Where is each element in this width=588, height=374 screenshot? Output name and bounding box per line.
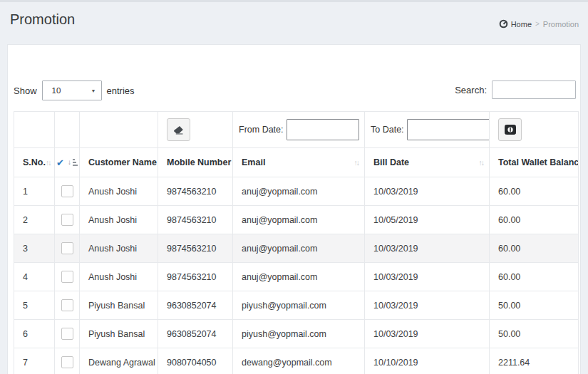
show-label: Show (14, 85, 37, 96)
cell-balance: 60.00 (490, 206, 579, 234)
cell-balance: 2211.64 (490, 348, 579, 374)
column-header-balance[interactable]: Total Wallet Balance ↑↓ (490, 148, 579, 177)
cell-mobile: 9630852074 (158, 320, 233, 348)
dashboard-icon (499, 19, 508, 28)
breadcrumb-home-label: Home (511, 20, 532, 28)
cell-email: piyush@yopmail.com (233, 291, 365, 320)
sort-icon: ↑↓ (46, 158, 51, 167)
cell-balance: 60.00 (490, 263, 579, 291)
cell-mobile: 9874563210 (158, 206, 233, 234)
cell-checkbox (55, 348, 80, 374)
table-header-row: S.No. ↑↓ ✔ ↓ (14, 148, 579, 177)
cell-bill-date: 10/03/2019 (365, 177, 490, 206)
cell-customer-name: Anush Joshi (80, 263, 158, 291)
cell-checkbox (55, 291, 80, 320)
table-row: 7 Dewang Agrawal 9080704050 dewang@yopma… (14, 348, 579, 374)
cell-balance: 50.00 (490, 320, 579, 348)
entries-label: entries (107, 85, 135, 96)
column-header-email[interactable]: Email ↑↓ (233, 148, 365, 177)
page-header: Promotion Home > Promotion (0, 2, 588, 44)
promotion-table: From Date: To Date: (14, 111, 579, 374)
cell-balance: 60.00 (490, 234, 579, 263)
cell-email: anuj@yopmail.com (233, 206, 365, 234)
check-icon: ✔ (56, 157, 64, 168)
from-date-label: From Date: (239, 125, 284, 135)
cell-customer-name: Anush Joshi (80, 206, 158, 234)
cell-customer-name: Piyush Bansal (80, 291, 158, 320)
cell-checkbox (55, 177, 80, 206)
search-label: Search: (455, 85, 487, 95)
row-checkbox[interactable] (61, 214, 73, 226)
cell-sno: 2 (14, 206, 55, 234)
breadcrumb-current: Promotion (543, 20, 579, 28)
cell-bill-date: 10/03/2019 (365, 320, 490, 348)
cell-customer-name: Anush Joshi (80, 234, 158, 263)
sort-amount-icon: ↓ (68, 159, 78, 166)
breadcrumb-separator: > (535, 20, 540, 28)
cell-mobile: 9874563210 (158, 263, 233, 291)
table-row: 1 Anush Joshi 9874563210 anuj@yopmail.co… (14, 177, 579, 206)
sort-icon: ↑↓ (479, 158, 484, 167)
cell-sno: 7 (14, 348, 55, 374)
cell-checkbox (55, 234, 80, 263)
search-input[interactable] (492, 80, 576, 99)
table-row: 4 Anush Joshi 9874563210 anuj@yopmail.co… (14, 263, 579, 291)
row-checkbox[interactable] (61, 299, 73, 311)
promotion-table-wrap: From Date: To Date: (14, 111, 579, 374)
column-header-mobile[interactable]: Mobile Number ↑↓ (158, 148, 233, 177)
from-date-filter: From Date: (239, 119, 364, 140)
eraser-icon (173, 125, 184, 135)
cell-sno: 3 (14, 234, 55, 263)
table-row: 3 Anush Joshi 9874563210 anuj@yopmail.co… (14, 234, 579, 263)
table-row: 5 Piyush Bansal 9630852074 piyush@yopmai… (14, 291, 579, 320)
row-checkbox[interactable] (61, 271, 73, 283)
cell-balance: 50.00 (490, 291, 579, 320)
cell-balance: 60.00 (490, 177, 579, 206)
table-row: 2 Anush Joshi 9874563210 anuj@yopmail.co… (14, 206, 579, 234)
cell-customer-name: Anush Joshi (80, 177, 158, 206)
row-checkbox[interactable] (61, 242, 73, 254)
cell-sno: 6 (14, 320, 55, 348)
table-row: 6 Piyush Bansal 9630852074 piyush@yopmai… (14, 320, 579, 348)
page-title: Promotion (10, 11, 75, 28)
page-size-value: 10 (52, 86, 61, 95)
breadcrumb: Home > Promotion (499, 19, 579, 28)
to-date-input[interactable] (407, 119, 490, 140)
column-header-bill-date[interactable]: Bill Date ↑↓ (365, 148, 490, 177)
row-checkbox[interactable] (61, 356, 73, 368)
cell-email: piyush@yopmail.com (233, 320, 365, 348)
cell-mobile: 9630852074 (158, 291, 233, 320)
clear-filter-button[interactable] (167, 118, 190, 141)
cell-bill-date: 10/03/2019 (365, 234, 490, 263)
cell-email: anuj@yopmail.com (233, 234, 365, 263)
cell-bill-date: 10/03/2019 (365, 291, 490, 320)
show-entries-group: Show 10 ▼ entries (14, 80, 135, 100)
row-checkbox[interactable] (61, 185, 73, 197)
cell-mobile: 9080704050 (158, 348, 233, 374)
cell-bill-date: 10/03/2019 (365, 263, 490, 291)
cell-mobile: 9874563210 (158, 177, 233, 206)
sort-icon: ↑↓ (354, 158, 359, 167)
page-size-select[interactable]: 10 ▼ (42, 80, 102, 100)
cell-email: dewang@yopmail.com (233, 348, 365, 374)
cell-sno: 4 (14, 263, 55, 291)
search-group: Search: (455, 80, 576, 99)
to-date-filter: To Date: (371, 119, 489, 140)
cell-mobile: 9874563210 (158, 234, 233, 263)
cell-email: anuj@yopmail.com (233, 263, 365, 291)
export-button[interactable] (498, 118, 522, 141)
from-date-input[interactable] (287, 119, 359, 140)
column-header-sno[interactable]: S.No. ↑↓ (14, 148, 55, 177)
cell-customer-name: Piyush Bansal (80, 320, 158, 348)
breadcrumb-home-link[interactable]: Home (499, 19, 532, 28)
column-header-select-all[interactable]: ✔ ↓ (55, 148, 80, 177)
cell-sno: 1 (14, 177, 55, 206)
cell-customer-name: Dewang Agrawal (80, 348, 158, 374)
cell-checkbox (55, 206, 80, 234)
row-checkbox[interactable] (61, 328, 73, 340)
column-header-customer-name[interactable]: Customer Name ↑↓ (80, 148, 158, 177)
chevron-down-icon: ▼ (91, 88, 96, 93)
cell-checkbox (55, 320, 80, 348)
cell-email: anuj@yopmail.com (233, 177, 365, 206)
table-controls: Show 10 ▼ entries Search: (14, 80, 576, 102)
